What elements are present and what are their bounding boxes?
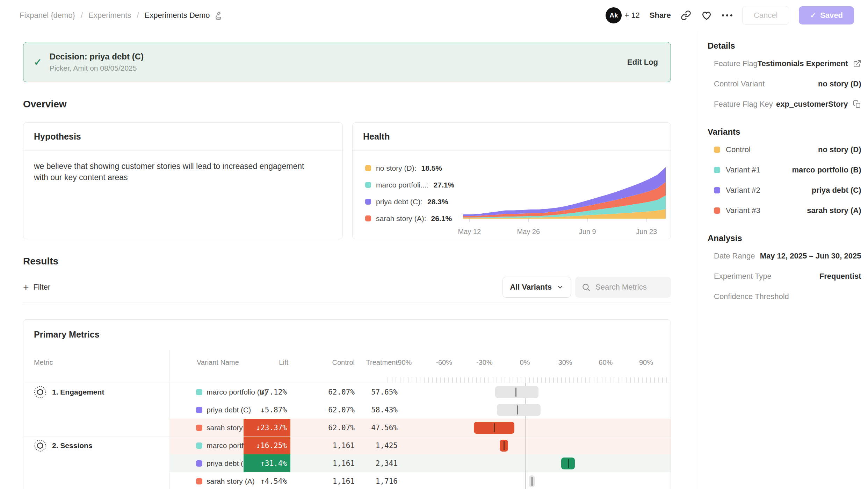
lift-value: ↓16.25% — [244, 437, 290, 454]
results-heading: Results — [23, 256, 671, 267]
metric-cell: 2. Sessions — [23, 437, 169, 454]
metric-label-text: 2. Sessions — [52, 441, 93, 450]
metric-label-text: 1. Engagement — [52, 388, 104, 396]
variant-label: Control — [726, 145, 751, 154]
search-metrics-input[interactable] — [595, 283, 662, 292]
ci-mean-tick — [568, 459, 569, 468]
primary-metrics-card: Primary Metrics Metric Variant Name Lift… — [23, 319, 671, 489]
copy-link-icon[interactable] — [681, 10, 691, 21]
legend-value: 28.3% — [427, 198, 448, 206]
metric-name[interactable]: 2. Sessions — [34, 439, 93, 452]
control-value: 62.07% — [316, 424, 355, 432]
metrics-table-header: Metric Variant Name Lift Control Treatme… — [23, 348, 671, 383]
detail-label: Control Variant — [714, 79, 765, 88]
legend-value: 27.1% — [434, 181, 455, 189]
breadcrumb-separator: / — [137, 11, 139, 20]
column-metric: Metric — [23, 348, 169, 383]
variant-row: Variant #3sarah story (A) — [708, 200, 861, 221]
ci-mean-tick — [531, 477, 533, 486]
legend-swatch — [365, 199, 371, 205]
copy-icon[interactable] — [853, 100, 861, 108]
axis-label: 30% — [558, 359, 572, 367]
table-row: priya debt (C)↑31.4%1,1612,341 — [23, 454, 671, 472]
table-row: sarah story (A)↓23.37%62.07%47.56% — [23, 419, 671, 437]
breadcrumb-current[interactable]: Experiments Demo — [145, 10, 223, 20]
analysis-row: Confidence Threshold — [708, 286, 861, 307]
variant-row: sarah story (A)↓23.37%62.07%47.56% — [169, 419, 671, 437]
search-metrics[interactable] — [575, 277, 671, 298]
detail-value: Testimonials Experiment — [758, 59, 848, 68]
ci-mean-tick — [517, 405, 518, 414]
share-button[interactable]: Share — [650, 11, 671, 20]
analysis-label: Confidence Threshold — [714, 292, 789, 301]
axis-label: 90% — [639, 359, 653, 367]
avatar[interactable]: Ak — [606, 7, 622, 23]
main-content: ✓ Decision: priya debt (C) Picker, Amit … — [0, 31, 697, 489]
legend-swatch — [365, 165, 371, 171]
variant-row: Variant #2priya debt (C) — [708, 180, 861, 200]
variant-label: Variant #3 — [726, 206, 760, 215]
variant-color-dot — [196, 460, 202, 467]
collaborators[interactable]: Ak + 12 — [606, 7, 639, 23]
target-icon — [34, 386, 46, 398]
analysis-label: Date Range — [714, 251, 755, 261]
more-options-icon[interactable] — [722, 14, 732, 16]
axis-label: -60% — [436, 359, 452, 367]
variant-row: Variant #1marco portfolio (B) — [708, 160, 861, 180]
health-legend-item: no story (D): 18.5% — [365, 163, 457, 173]
metric-cell — [23, 419, 169, 437]
detail-row: Control Variantno story (D) — [708, 74, 861, 94]
treatment-value: 57.65% — [356, 388, 398, 396]
variant-row: priya debt (C)↑31.4%1,1612,341 — [169, 454, 671, 472]
health-area-chart — [463, 161, 666, 220]
overview-heading: Overview — [23, 99, 671, 110]
add-filter-button[interactable]: + Filter — [23, 283, 50, 292]
decision-subtitle: Picker, Amit on 08/05/2025 — [50, 64, 144, 72]
treatment-value: 1,425 — [356, 441, 398, 450]
x-axis-tick — [646, 219, 647, 222]
x-axis-tick — [587, 219, 588, 222]
detail-row: Feature FlagTestimonials Experiment — [708, 54, 861, 74]
check-icon: ✓ — [810, 11, 816, 20]
breadcrumb-project[interactable]: Fixpanel {demo} — [20, 11, 75, 20]
breadcrumb-experiments[interactable]: Experiments — [88, 11, 131, 20]
variant-row: marco portfolio (B)↓16.25%1,1611,425 — [169, 437, 671, 454]
metric-cell — [23, 401, 169, 419]
lift-value: ↑31.4% — [244, 454, 290, 472]
favorite-heart-icon[interactable] — [701, 10, 712, 21]
analysis-row: Date RangeMay 12, 2025 – Jun 30, 2025 — [708, 246, 861, 266]
variant-value: sarah story (A) — [807, 206, 861, 215]
detail-label: Feature Flag Key — [714, 100, 773, 109]
variant-value: marco portfolio (B) — [792, 165, 861, 175]
cancel-button[interactable]: Cancel — [742, 6, 789, 25]
variant-value: no story (D) — [818, 145, 861, 154]
column-lift: Lift — [253, 359, 288, 367]
target-icon — [34, 439, 46, 452]
ci-mean-tick — [504, 441, 505, 450]
legend-swatch — [365, 182, 371, 188]
confidence-interval-bar — [495, 386, 538, 398]
variant-row: marco portfolio (B)↓7.12%62.07%57.65% — [169, 383, 671, 401]
divider — [23, 303, 671, 303]
treatment-value: 58.43% — [356, 406, 398, 414]
breadcrumb-separator: / — [81, 11, 83, 20]
top-bar: Fixpanel {demo} / Experiments / Experime… — [0, 0, 868, 31]
external-link-icon[interactable] — [853, 59, 861, 68]
axis-ticks — [388, 377, 669, 383]
metric-name[interactable]: 1. Engagement — [34, 386, 104, 398]
analysis-label: Experiment Type — [714, 272, 772, 281]
metric-cell — [23, 454, 169, 472]
metric-cell: 1. Engagement — [23, 383, 169, 401]
table-row: sarah story (A)↑4.54%1,1611,716 — [23, 472, 671, 489]
control-value: 62.07% — [316, 388, 355, 396]
zero-line — [525, 383, 526, 489]
x-axis-label: May 26 — [517, 228, 540, 236]
page-title: Experiments Demo — [145, 11, 210, 20]
saved-button[interactable]: ✓ Saved — [799, 6, 854, 24]
variants-dropdown[interactable]: All Variants — [502, 277, 571, 298]
table-row: 2. Sessionsmarco portfolio (B)↓16.25%1,1… — [23, 437, 671, 454]
treatment-value: 2,341 — [356, 459, 398, 468]
edit-log-button[interactable]: Edit Log — [627, 58, 658, 67]
hypothesis-card: Hypothesis we believe that showing custo… — [23, 122, 343, 239]
variant-swatch — [714, 207, 720, 214]
